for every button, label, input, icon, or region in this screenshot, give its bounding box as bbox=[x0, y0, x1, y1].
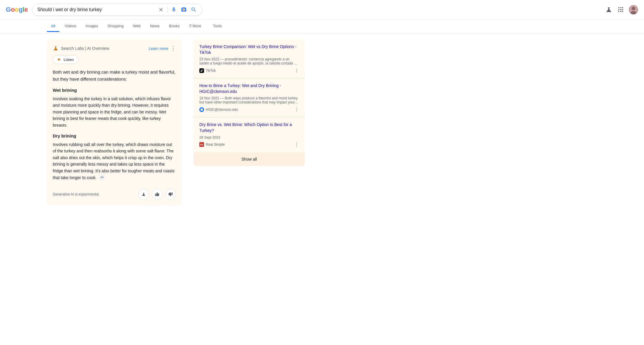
source-footer: TikTok ⋮ bbox=[199, 68, 299, 73]
source-item: How to Brine a Turkey: Wet and Dry Brini… bbox=[193, 78, 305, 117]
tiktok-favicon bbox=[199, 68, 204, 73]
sources-card: Turkey Brine Comparison: Wet vs Dry Brin… bbox=[193, 39, 305, 166]
flask-feedback-icon bbox=[141, 192, 146, 197]
tab-news[interactable]: News bbox=[146, 21, 164, 32]
tab-web[interactable]: Web bbox=[129, 21, 145, 32]
thumbs-down-icon bbox=[168, 192, 173, 197]
search-bar bbox=[32, 4, 202, 16]
ai-more-options-button[interactable]: ⋮ bbox=[171, 45, 176, 52]
source-site-name: HGIC@clemson.edu bbox=[206, 108, 238, 112]
ai-header-left: Search Labs | AI Overview bbox=[53, 45, 109, 51]
svg-point-4 bbox=[632, 7, 635, 10]
hgic-favicon bbox=[199, 107, 204, 112]
source-item: Turkey Brine Comparison: Wet vs Dry Brin… bbox=[193, 39, 305, 78]
tab-images[interactable]: Images bbox=[81, 21, 102, 32]
source-site-name: TikTok bbox=[206, 69, 216, 73]
wet-brining-body: Involves soaking the turkey in a salt so… bbox=[53, 96, 176, 128]
more-dots-icon: ⠿ bbox=[189, 24, 192, 28]
tab-videos[interactable]: Videos bbox=[60, 21, 80, 32]
ai-header-right: Learn more ⋮ bbox=[149, 45, 176, 52]
header-right bbox=[605, 5, 638, 14]
dry-brining-body: Involves rubbing salt all over the turke… bbox=[53, 141, 176, 181]
search-bar-wrapper bbox=[32, 4, 202, 16]
svg-text:Google: Google bbox=[6, 6, 28, 13]
source-title[interactable]: Dry Brine vs. Wet Brine: Which Option Is… bbox=[199, 122, 299, 133]
source-more-button[interactable]: ⋮ bbox=[294, 107, 299, 112]
tab-all[interactable]: All bbox=[47, 21, 59, 32]
user-avatar[interactable] bbox=[629, 5, 638, 14]
divider bbox=[167, 7, 167, 13]
search-nav: All Videos Images Shopping Web News Book… bbox=[0, 20, 644, 33]
sources-column: Turkey Brine Comparison: Wet vs Dry Brin… bbox=[193, 39, 305, 211]
source-more-button[interactable]: ⋮ bbox=[294, 142, 299, 147]
source-title[interactable]: How to Brine a Turkey: Wet and Dry Brini… bbox=[199, 83, 299, 94]
tab-books[interactable]: Books bbox=[165, 21, 184, 32]
ai-overview-header: Search Labs | AI Overview Learn more ⋮ bbox=[53, 45, 176, 52]
source-date: 23 Nov 2022 — procedimiento: comienza ag… bbox=[199, 57, 299, 65]
ai-footer: Generative AI is experimental. bbox=[53, 186, 176, 200]
ai-overview-card: Search Labs | AI Overview Learn more ⋮ L… bbox=[47, 39, 182, 205]
learn-more-link[interactable]: Learn more bbox=[149, 46, 168, 51]
source-title[interactable]: Turkey Brine Comparison: Wet vs Dry Brin… bbox=[199, 44, 299, 55]
main-content: Search Labs | AI Overview Learn more ⋮ L… bbox=[0, 33, 352, 217]
search-labs-flask-icon bbox=[53, 45, 59, 51]
ai-disclaimer-text: Generative AI is experimental. bbox=[53, 192, 100, 196]
source-site-name: Real Simple bbox=[206, 142, 225, 147]
speaker-icon bbox=[57, 57, 62, 62]
search-icons bbox=[158, 6, 197, 13]
show-all-button[interactable]: Show all bbox=[193, 152, 305, 166]
svg-point-2 bbox=[183, 9, 184, 10]
ai-overview-content: Both wet and dry brining can make a turk… bbox=[53, 69, 176, 181]
google-logo: Google bbox=[6, 6, 28, 14]
tab-tools[interactable]: Tools bbox=[209, 21, 226, 32]
ai-overview-title: Search Labs | AI Overview bbox=[61, 46, 109, 51]
svg-point-6 bbox=[200, 108, 203, 111]
thumbs-up-button[interactable] bbox=[152, 189, 162, 200]
left-column: Search Labs | AI Overview Learn more ⋮ L… bbox=[47, 39, 182, 211]
search-button[interactable] bbox=[190, 6, 197, 13]
feedback-flask-button[interactable] bbox=[138, 189, 149, 200]
wet-brining-heading: Wet brining bbox=[53, 87, 176, 94]
thumbs-down-button[interactable] bbox=[165, 189, 176, 200]
labs-button[interactable] bbox=[605, 6, 613, 14]
tab-shopping[interactable]: Shopping bbox=[103, 21, 128, 32]
ai-feedback-buttons bbox=[138, 189, 176, 200]
source-footer: RS Real Simple ⋮ bbox=[199, 142, 299, 147]
source-more-button[interactable]: ⋮ bbox=[294, 68, 299, 73]
apps-button[interactable] bbox=[618, 6, 624, 13]
source-item: Dry Brine vs. Wet Brine: Which Option Is… bbox=[193, 117, 305, 152]
source-date: 28 Sept 2023 bbox=[199, 135, 299, 140]
real-simple-favicon: RS bbox=[199, 142, 204, 147]
source-link-icon[interactable] bbox=[99, 174, 105, 181]
listen-label: Listen bbox=[64, 57, 74, 62]
clear-button[interactable] bbox=[158, 6, 164, 13]
tab-more[interactable]: ⠿ More bbox=[185, 21, 205, 32]
voice-search-button[interactable] bbox=[170, 6, 177, 13]
listen-button[interactable]: Listen bbox=[53, 55, 78, 64]
lens-search-button[interactable] bbox=[180, 6, 187, 13]
source-site: HGIC@clemson.edu bbox=[199, 107, 238, 112]
apps-grid-icon bbox=[618, 7, 623, 12]
thumbs-up-icon bbox=[155, 192, 159, 197]
dry-brining-heading: Dry brining bbox=[53, 132, 176, 140]
ai-intro-text: Both wet and dry brining can make a turk… bbox=[53, 69, 176, 83]
source-site: RS Real Simple bbox=[199, 142, 225, 147]
header: Google bbox=[0, 0, 644, 20]
source-site: TikTok bbox=[199, 68, 216, 73]
search-input[interactable] bbox=[37, 7, 155, 12]
source-footer: HGIC@clemson.edu ⋮ bbox=[199, 107, 299, 112]
source-date: 18 Nov 2021 — Both ways produce a flavor… bbox=[199, 96, 299, 104]
